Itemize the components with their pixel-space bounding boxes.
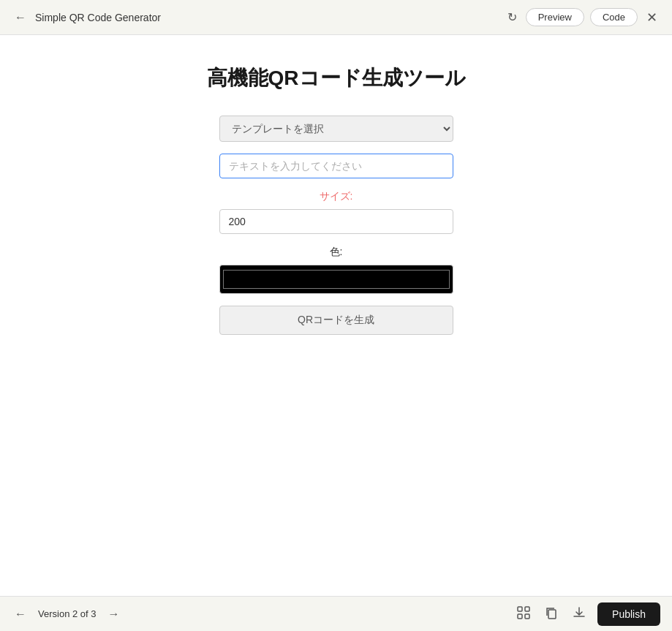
template-select[interactable]: テンプレートを選択: [219, 116, 453, 142]
back-button[interactable]: ←: [12, 8, 29, 27]
refresh-button[interactable]: ↻: [505, 7, 520, 27]
top-bar-right: ↻ Preview Code ✕: [505, 7, 660, 29]
size-label: サイズ:: [219, 190, 453, 203]
template-select-wrapper: テンプレートを選択: [219, 116, 453, 142]
bottom-bar-right: Publish: [514, 602, 660, 626]
prev-version-button[interactable]: ←: [12, 605, 29, 624]
top-bar-left: ← Simple QR Code Generator: [12, 8, 161, 27]
preview-button[interactable]: Preview: [526, 8, 584, 26]
bottom-bar: ← Version 2 of 3 → Publish: [0, 596, 672, 631]
copy-icon: [545, 606, 558, 619]
code-button[interactable]: Code: [590, 8, 638, 26]
download-icon: [573, 606, 586, 619]
analytics-button[interactable]: [514, 603, 533, 625]
svg-rect-0: [518, 607, 522, 611]
size-input-wrapper: [219, 209, 453, 234]
close-button[interactable]: ✕: [643, 7, 660, 29]
top-bar: ← Simple QR Code Generator ↻ Preview Cod…: [0, 0, 672, 35]
main-content: 高機能QRコード生成ツール テンプレートを選択 サイズ: 色: QRコードを生成: [0, 35, 672, 596]
app-title: Simple QR Code Generator: [35, 12, 161, 23]
page-title: 高機能QRコード生成ツール: [207, 64, 466, 92]
version-text: Version 2 of 3: [38, 608, 97, 619]
bottom-bar-left: ← Version 2 of 3 →: [12, 605, 123, 624]
svg-rect-1: [525, 607, 529, 611]
color-input-wrapper: [219, 265, 453, 294]
text-input[interactable]: [219, 154, 453, 178]
color-input[interactable]: [219, 265, 453, 294]
copy-button[interactable]: [542, 603, 561, 625]
svg-rect-3: [525, 614, 529, 619]
publish-button[interactable]: Publish: [597, 602, 660, 626]
svg-rect-2: [518, 614, 522, 619]
analytics-icon: [517, 606, 530, 619]
generate-button[interactable]: QRコードを生成: [219, 306, 453, 335]
svg-rect-4: [548, 610, 556, 619]
size-input[interactable]: [219, 209, 453, 234]
next-version-button[interactable]: →: [105, 605, 123, 624]
form-container: テンプレートを選択 サイズ: 色: QRコードを生成: [219, 116, 453, 335]
color-label: 色:: [219, 246, 453, 259]
download-button[interactable]: [570, 603, 589, 625]
